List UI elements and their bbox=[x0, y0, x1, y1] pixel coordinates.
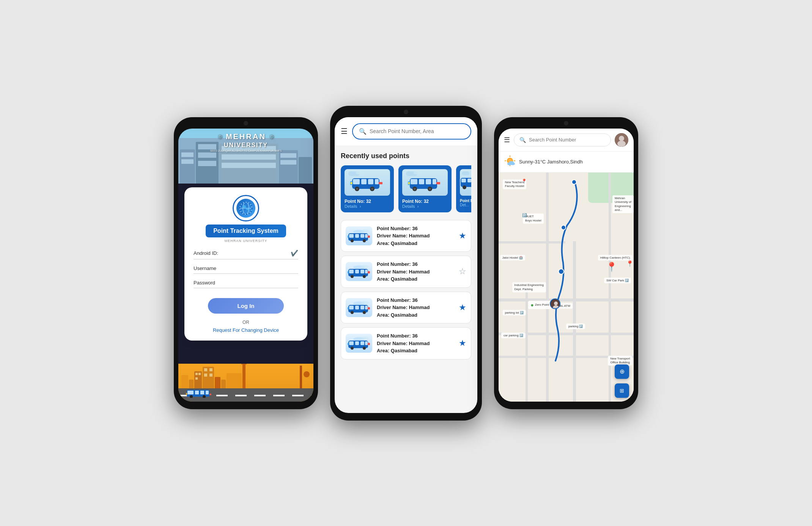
label-teachers-hostel: New TeachersFaculty Hostel 📍 bbox=[503, 179, 527, 190]
svg-point-101 bbox=[554, 301, 558, 305]
point-info-3: Point Number: 36 Driver Name: Hammad Are… bbox=[377, 332, 454, 355]
star-icon-2[interactable]: ★ bbox=[459, 303, 466, 312]
svg-rect-40 bbox=[461, 179, 466, 182]
svg-rect-81 bbox=[355, 341, 359, 345]
svg-rect-60 bbox=[360, 270, 364, 273]
svg-rect-16 bbox=[353, 179, 360, 184]
svg-point-36 bbox=[429, 188, 431, 190]
point-list-item-0[interactable]: Point Number: 36 Driver Name: Hammad Are… bbox=[341, 220, 471, 252]
recent-card-1[interactable]: Point No: 32 Details› bbox=[341, 165, 394, 212]
map-search-bar[interactable]: 🔍 bbox=[514, 133, 611, 146]
bus-stop-marker: 📍 bbox=[606, 262, 617, 272]
map-header: ☰ 🔍 bbox=[499, 129, 634, 152]
bus-icon-2 bbox=[346, 298, 372, 317]
area-3: Area: Qasimabad bbox=[377, 347, 454, 355]
verified-icon: ✔️ bbox=[291, 250, 298, 257]
username-field[interactable]: Username bbox=[194, 265, 298, 274]
mehran-title: MEHRAN bbox=[226, 132, 266, 141]
card3-point: Point No:... bbox=[460, 199, 471, 203]
map-view[interactable]: New TeachersFaculty Hostel 📍 MUETBoys Ho… bbox=[499, 173, 634, 402]
weather-bar: Sunny-31°C Jamshoro,Sindh bbox=[499, 152, 634, 173]
area-2: Area: Qasimabad bbox=[377, 311, 454, 319]
svg-point-3 bbox=[243, 205, 246, 208]
camera-dot-2 bbox=[404, 110, 408, 114]
svg-rect-29 bbox=[419, 179, 424, 184]
locate-button[interactable]: ⊕ bbox=[615, 364, 629, 379]
card1-details[interactable]: Details› bbox=[345, 204, 361, 209]
map-search-input[interactable] bbox=[529, 137, 605, 143]
point-list-item-1[interactable]: Point Number: 36 Driver Name: Hammad Are… bbox=[341, 256, 471, 288]
svg-rect-70 bbox=[355, 306, 359, 309]
password-label: Password bbox=[194, 280, 298, 286]
svg-rect-75 bbox=[348, 307, 349, 309]
phone-search: ☰ 🔍 Recently used points bbox=[330, 106, 482, 421]
svg-rect-54 bbox=[368, 236, 370, 238]
recent-card-3[interactable]: Point No:... Det... bbox=[456, 165, 471, 212]
svg-point-4 bbox=[246, 208, 249, 210]
search-input[interactable] bbox=[370, 128, 464, 134]
login-screen: ⚙️ MEHRAN ⚙️ UNIVERSITY SEED ZULFIQAR AL… bbox=[178, 129, 313, 402]
point-number-3: Point Number: 36 bbox=[377, 332, 454, 340]
map-search-icon: 🔍 bbox=[519, 137, 526, 143]
svg-point-73 bbox=[351, 311, 354, 314]
svg-point-63 bbox=[363, 275, 366, 278]
svg-point-51 bbox=[351, 239, 354, 242]
point-list-item-3[interactable]: Point Number: 36 Driver Name: Hammad Are… bbox=[341, 327, 471, 360]
weather-icon bbox=[504, 155, 516, 169]
star-icon-3[interactable]: ★ bbox=[459, 338, 466, 348]
user-avatar[interactable] bbox=[615, 133, 628, 147]
svg-rect-76 bbox=[368, 307, 370, 309]
card2-details[interactable]: Details› bbox=[402, 204, 419, 209]
label-hilltop: Hilltop Canteen (HTC) 📍 bbox=[598, 255, 633, 261]
driver-name-1: Driver Name: Hammad bbox=[377, 268, 454, 276]
svg-point-45 bbox=[361, 229, 369, 232]
card2-point: Point No: 32 bbox=[402, 199, 429, 204]
svg-rect-58 bbox=[349, 270, 354, 273]
svg-rect-14 bbox=[209, 394, 211, 395]
svg-rect-13 bbox=[186, 393, 187, 395]
svg-rect-71 bbox=[360, 306, 364, 309]
password-field[interactable]: Password bbox=[194, 280, 298, 288]
search-header: ☰ 🔍 bbox=[335, 117, 477, 146]
recent-card-2[interactable]: Point No: 32 Details› bbox=[398, 165, 452, 212]
svg-rect-28 bbox=[411, 179, 417, 184]
svg-rect-26 bbox=[379, 182, 382, 184]
point-list-item-2[interactable]: Point Number: 36 Driver Name: Hammad Are… bbox=[341, 292, 471, 324]
svg-rect-53 bbox=[348, 236, 349, 238]
svg-point-22 bbox=[356, 188, 358, 190]
point-info-0: Point Number: 36 Driver Name: Hammad Are… bbox=[377, 225, 454, 247]
svg-point-78 bbox=[361, 337, 369, 340]
bus-icon-3 bbox=[346, 334, 372, 353]
svg-rect-10 bbox=[206, 391, 209, 394]
menu-icon[interactable]: ☰ bbox=[341, 127, 348, 136]
svg-point-52 bbox=[363, 239, 366, 242]
map-background: New TeachersFaculty Hostel 📍 MUETBoys Ho… bbox=[499, 173, 634, 402]
route-pin-1 bbox=[571, 179, 577, 185]
driver-name-2: Driver Name: Hammad bbox=[377, 304, 454, 311]
recent-cards-row: Point No: 32 Details› bbox=[341, 165, 471, 212]
map-menu-icon[interactable]: ☰ bbox=[504, 136, 510, 144]
route-pin-2 bbox=[561, 225, 566, 230]
svg-rect-64 bbox=[348, 271, 349, 273]
svg-rect-72 bbox=[365, 306, 368, 309]
svg-point-24 bbox=[371, 188, 373, 190]
svg-rect-18 bbox=[368, 179, 373, 184]
label-muet-hostel: MUETBoys Hostel 🅿️ bbox=[523, 214, 544, 224]
mehran-university-label: UNIVERSITY bbox=[224, 142, 268, 149]
svg-rect-59 bbox=[355, 270, 359, 273]
label-industrial: Industrial EngineeringDept. Parking bbox=[512, 282, 546, 292]
change-device-link[interactable]: Request For Changing Device bbox=[213, 327, 279, 333]
layers-button[interactable]: ⊞ bbox=[615, 383, 629, 398]
login-button[interactable]: Log In bbox=[208, 298, 284, 314]
star-icon-0[interactable]: ★ bbox=[459, 231, 466, 241]
star-icon-1[interactable]: ☆ bbox=[459, 267, 466, 276]
phone-map: ☰ 🔍 bbox=[494, 117, 638, 409]
svg-rect-69 bbox=[349, 306, 354, 309]
search-bar[interactable]: 🔍 bbox=[352, 123, 471, 140]
area-0: Area: Qasimabad bbox=[377, 240, 454, 247]
svg-rect-37 bbox=[408, 182, 410, 184]
svg-rect-49 bbox=[360, 234, 364, 238]
label-car-parking: car parking 🅿️ bbox=[501, 333, 526, 338]
card3-details[interactable]: Det... bbox=[460, 203, 469, 207]
point-info-1: Point Number: 36 Driver Name: Hammad Are… bbox=[377, 261, 454, 283]
